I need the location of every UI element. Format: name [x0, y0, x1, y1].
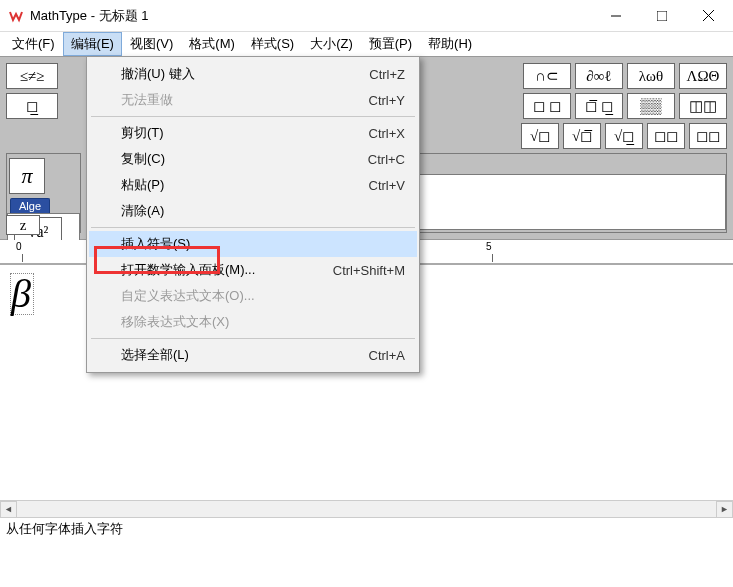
window-title: MathType - 无标题 1: [30, 7, 593, 25]
menu-format[interactable]: 格式(M): [181, 32, 243, 56]
menu-select-all[interactable]: 选择全部(L)Ctrl+A: [89, 342, 417, 368]
palette-accent1[interactable]: ◻ ◻: [523, 93, 571, 119]
palette-greek-lower[interactable]: λωθ: [627, 63, 675, 89]
menu-paste[interactable]: 粘贴(P)Ctrl+V: [89, 172, 417, 198]
palette-z[interactable]: z: [6, 215, 40, 235]
menu-undo[interactable]: 撤消(U) 键入Ctrl+Z: [89, 61, 417, 87]
doc-name: 无标题 1: [99, 8, 149, 23]
menubar: 文件(F) 编辑(E) 视图(V) 格式(M) 样式(S) 大小(Z) 预置(P…: [0, 32, 733, 56]
statusbar: 从任何字体插入字符: [0, 517, 733, 539]
palette-root3[interactable]: √◻̲: [605, 123, 643, 149]
menu-separator: [91, 227, 415, 228]
palette-sub[interactable]: ◻◻: [689, 123, 727, 149]
menu-separator: [91, 338, 415, 339]
tab-algebra[interactable]: Alge: [10, 198, 50, 213]
horizontal-scrollbar[interactable]: ◄ ►: [0, 500, 733, 517]
menu-redo: 无法重做Ctrl+Y: [89, 87, 417, 113]
menu-view[interactable]: 视图(V): [122, 32, 181, 56]
menu-copy[interactable]: 复制(C)Ctrl+C: [89, 146, 417, 172]
pi-button[interactable]: π: [9, 158, 45, 194]
scroll-left-button[interactable]: ◄: [0, 501, 17, 518]
palette-rel[interactable]: ≤≠≥: [6, 63, 58, 89]
minimize-button[interactable]: [593, 0, 639, 32]
inserted-symbol[interactable]: β: [10, 273, 34, 315]
status-text: 从任何字体插入字符: [6, 520, 123, 538]
menu-custom-expr: 自定义表达式文本(O)...: [89, 283, 417, 309]
menu-open-math-panel[interactable]: 打开数学输入面板(M)...Ctrl+Shift+M: [89, 257, 417, 283]
close-button[interactable]: [685, 0, 731, 32]
scroll-right-button[interactable]: ►: [716, 501, 733, 518]
palette-sup[interactable]: ◻◻: [647, 123, 685, 149]
svg-rect-1: [657, 11, 667, 21]
menu-size[interactable]: 大小(Z): [302, 32, 361, 56]
edit-dropdown: 撤消(U) 键入Ctrl+Z 无法重做Ctrl+Y 剪切(T)Ctrl+X 复制…: [86, 56, 420, 373]
palette-root1[interactable]: √◻: [521, 123, 559, 149]
menu-help[interactable]: 帮助(H): [420, 32, 480, 56]
palette-box[interactable]: ◫◫: [679, 93, 727, 119]
app-icon: [8, 8, 24, 24]
menu-clear[interactable]: 清除(A): [89, 198, 417, 224]
menu-file[interactable]: 文件(F): [4, 32, 63, 56]
titlebar: MathType - 无标题 1: [0, 0, 733, 32]
menu-insert-symbol[interactable]: 插入符号(S)...: [89, 231, 417, 257]
palette-accent2[interactable]: ◻̅ ◻̲: [575, 93, 623, 119]
menu-cut[interactable]: 剪切(T)Ctrl+X: [89, 120, 417, 146]
menu-separator: [91, 116, 415, 117]
menu-edit[interactable]: 编辑(E): [63, 32, 122, 56]
palette-matrix[interactable]: ▒▒: [627, 93, 675, 119]
palette-root2[interactable]: √◻̅: [563, 123, 601, 149]
menu-preset[interactable]: 预置(P): [361, 32, 420, 56]
ruler-mark-0: 0: [16, 241, 22, 252]
palette-set-ops[interactable]: ∩⊂: [523, 63, 571, 89]
maximize-button[interactable]: [639, 0, 685, 32]
palette-template[interactable]: ◻̲: [6, 93, 58, 119]
app-name: MathType: [30, 8, 87, 23]
ruler-mark-5: 5: [486, 241, 492, 252]
palette-misc[interactable]: ∂∞ℓ: [575, 63, 623, 89]
menu-style[interactable]: 样式(S): [243, 32, 302, 56]
palette-greek-upper[interactable]: ΛΩΘ: [679, 63, 727, 89]
menu-remove-expr: 移除表达式文本(X): [89, 309, 417, 335]
